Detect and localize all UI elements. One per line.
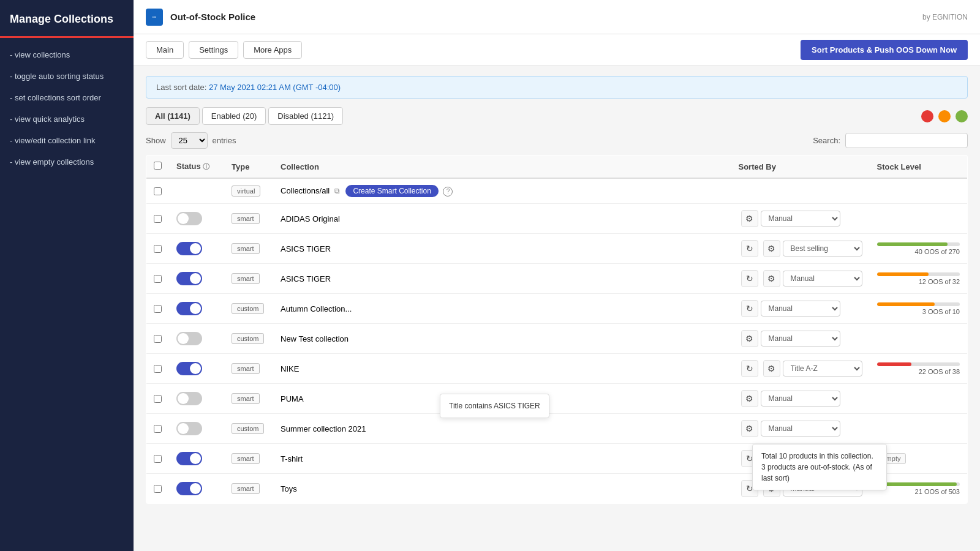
status-toggle[interactable] xyxy=(176,452,202,465)
stock-label: 22 OOS of 38 xyxy=(877,368,960,375)
entries-label: entries xyxy=(213,136,236,145)
status-toggle[interactable] xyxy=(176,362,202,375)
row-checkbox[interactable] xyxy=(154,215,162,223)
sidebar-item-view-edit-link[interactable]: - view/edit collection link xyxy=(0,130,134,151)
table-row: custom New Test collection ⚙ Manual xyxy=(146,324,968,354)
tab-more-apps[interactable]: More Apps xyxy=(243,41,302,59)
filter-enabled[interactable]: Enabled (20) xyxy=(202,107,266,125)
collection-name: T-shirt xyxy=(281,454,303,463)
sidebar-item-view-quick-analytics[interactable]: - view quick analytics xyxy=(0,108,134,130)
gear-icon-btn[interactable]: ⚙ xyxy=(763,360,780,377)
row-checkbox[interactable] xyxy=(154,455,162,463)
row-checkbox[interactable] xyxy=(154,305,162,313)
stock-label: 40 OOS of 270 xyxy=(877,248,960,255)
stock-bar: 21 OOS of 503 xyxy=(877,482,960,495)
type-badge: smart xyxy=(232,213,260,224)
sort-select[interactable]: Best selling xyxy=(783,241,862,257)
status-toggle[interactable] xyxy=(176,332,202,345)
refresh-icon-btn[interactable]: ↻ xyxy=(741,300,758,317)
type-badge: custom xyxy=(232,303,264,314)
search-label: Search: xyxy=(813,136,840,145)
gear-icon-btn[interactable]: ⚙ xyxy=(741,390,758,407)
sort-select[interactable]: Manual xyxy=(783,271,862,287)
status-toggle[interactable] xyxy=(176,302,202,315)
last-sort-banner: Last sort date: 27 May 2021 02:21 AM (GM… xyxy=(146,76,968,99)
sidebar-item-set-sort-order[interactable]: - set collections sort order xyxy=(0,87,134,108)
th-stock-level: Stock Level xyxy=(870,156,968,179)
sort-products-button[interactable]: Sort Products & Push OOS Down Now xyxy=(801,40,968,60)
row-checkbox[interactable] xyxy=(154,275,162,283)
table-row: custom Autumn Collection... ↻ Manual 3 xyxy=(146,294,968,324)
gear-icon-btn[interactable]: ⚙ xyxy=(763,270,780,287)
tab-main[interactable]: Main xyxy=(146,41,184,59)
dot-green[interactable] xyxy=(956,110,968,122)
type-badge: smart xyxy=(232,363,260,374)
sort-select[interactable]: Title A-Z xyxy=(783,361,862,377)
select-all-checkbox[interactable] xyxy=(154,162,162,170)
gear-icon-btn[interactable]: ⚙ xyxy=(741,210,758,227)
refresh-icon-btn[interactable]: ↻ xyxy=(741,360,758,377)
gear-icon-btn[interactable]: ⚙ xyxy=(741,330,758,347)
type-badge: custom xyxy=(232,333,264,344)
gear-icon-btn[interactable]: ⚙ xyxy=(741,420,758,437)
sort-select[interactable]: Manual xyxy=(761,391,840,407)
status-toggle[interactable] xyxy=(176,242,202,255)
row-checkbox[interactable] xyxy=(154,485,162,493)
row-checkbox[interactable] xyxy=(154,335,162,343)
status-toggle[interactable] xyxy=(176,392,202,405)
row-checkbox[interactable] xyxy=(154,395,162,403)
table-row: smart ASICS TIGER ↻ ⚙ Manual xyxy=(146,264,968,294)
main-content: ▫▫ Out-of-Stock Police by EGNITION Main … xyxy=(134,0,980,551)
filter-all[interactable]: All (1141) xyxy=(146,107,200,125)
create-smart-collection-button[interactable]: Create Smart Collection xyxy=(345,185,438,197)
refresh-icon-btn[interactable]: ↻ xyxy=(741,270,758,287)
status-toggle[interactable] xyxy=(176,422,202,435)
stock-bar: 3 OOS of 10 xyxy=(877,302,960,315)
tooltip-title-contains: Title contains ASICS TIGER xyxy=(440,394,549,418)
row-checkbox[interactable] xyxy=(154,187,162,195)
filter-disabled[interactable]: Disabled (1121) xyxy=(268,107,343,125)
external-link-icon[interactable]: ⧉ xyxy=(334,187,340,195)
table-row: smart NIKE ↻ ⚙ Title A-Z xyxy=(146,354,968,384)
by-egnition: by EGNITION xyxy=(922,13,968,21)
type-badge: smart xyxy=(232,453,260,464)
filter-row: All (1141) Enabled (20) Disabled (1121) xyxy=(146,107,968,125)
sidebar-item-view-collections[interactable]: - view collections xyxy=(0,44,134,66)
sort-select[interactable]: Manual xyxy=(761,331,840,347)
sort-select[interactable]: Manual xyxy=(761,421,840,437)
stock-bar: 22 OOS of 38 xyxy=(877,362,960,375)
sidebar-item-view-empty[interactable]: - view empty collections xyxy=(0,151,134,173)
collection-name: NIKE xyxy=(281,364,299,373)
row-checkbox[interactable] xyxy=(154,245,162,253)
stock-bar: 12 OOS of 32 xyxy=(877,272,960,285)
gear-icon-btn[interactable]: ⚙ xyxy=(763,240,780,257)
app-icon: ▫▫ xyxy=(146,9,163,26)
stock-bar: 40 OOS of 270 xyxy=(877,242,960,255)
help-icon[interactable]: ? xyxy=(443,187,453,197)
search-input[interactable] xyxy=(845,133,968,148)
th-sorted-by: Sorted By xyxy=(731,156,870,179)
table-row: smart ASICS TIGER ↻ ⚙ Best selling xyxy=(146,234,968,264)
status-toggle[interactable] xyxy=(176,272,202,285)
show-label: Show xyxy=(146,136,166,145)
status-toggle[interactable] xyxy=(176,212,202,225)
th-collection: Collection xyxy=(273,156,731,179)
collection-name: Toys xyxy=(281,484,297,493)
status-help-icon[interactable]: ⓘ xyxy=(203,163,209,170)
dot-red[interactable] xyxy=(921,110,933,122)
refresh-icon-btn[interactable]: ↻ xyxy=(741,240,758,257)
tab-settings[interactable]: Settings xyxy=(189,41,238,59)
row-checkbox[interactable] xyxy=(154,365,162,373)
collection-name: ASICS TIGER xyxy=(281,274,331,283)
status-dots xyxy=(921,110,968,122)
entries-select[interactable]: 10 25 50 100 xyxy=(171,132,208,149)
sidebar-title: Manage Collections xyxy=(0,0,134,38)
th-status: Status ⓘ xyxy=(169,156,224,179)
sort-select[interactable]: Manual xyxy=(761,301,840,317)
sidebar-item-toggle-auto-sorting[interactable]: - toggle auto sorting status xyxy=(0,66,134,87)
row-checkbox[interactable] xyxy=(154,425,162,433)
status-toggle[interactable] xyxy=(176,482,202,495)
collection-name: Collections/all xyxy=(281,186,330,195)
sort-select[interactable]: Manual xyxy=(761,211,840,227)
dot-orange[interactable] xyxy=(938,110,951,122)
